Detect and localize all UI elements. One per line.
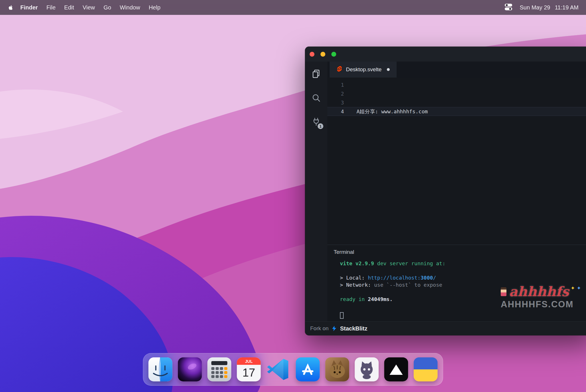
tab-strip: Desktop.svelte bbox=[327, 62, 586, 78]
line-number: 3 bbox=[327, 100, 348, 106]
terminal-line-network: > Network: use `--host` to expose bbox=[340, 281, 586, 288]
apple-menu-icon[interactable] bbox=[7, 4, 13, 11]
menu-item-view[interactable]: View bbox=[78, 4, 99, 11]
stackblitz-footer: Fork on StackBlitz bbox=[305, 321, 586, 335]
clock-date: Sun May 29 bbox=[520, 4, 550, 11]
menu-item-window[interactable]: Window bbox=[116, 4, 144, 11]
terminal-output[interactable]: vite v2.9.9 dev server running at: > Loc… bbox=[340, 260, 586, 319]
terminal-line-ready: ready in 24049ms. bbox=[340, 296, 586, 303]
search-icon[interactable] bbox=[311, 93, 321, 103]
window-titlebar[interactable] bbox=[305, 47, 586, 62]
calendar-day: 17 bbox=[242, 366, 255, 379]
terminal-title: Terminal bbox=[334, 249, 586, 255]
menu-item-edit[interactable]: Edit bbox=[60, 4, 78, 11]
clock-time: 11:19 AM bbox=[555, 4, 579, 11]
terminal-panel: Terminal vite v2.9.9 dev server running … bbox=[327, 245, 586, 321]
dock-icon-cat-photo-app[interactable] bbox=[325, 357, 349, 381]
code-line: 1 bbox=[327, 80, 586, 89]
code-line-active[interactable]: 4 A姐分享: www.ahhhhfs.com bbox=[327, 107, 586, 116]
dock-icon-triangle-app[interactable] bbox=[384, 357, 408, 381]
close-button[interactable] bbox=[310, 52, 314, 57]
code-text: A姐分享: www.ahhhhfs.com bbox=[348, 108, 428, 115]
code-editor-window: 1 Desktop.svelte 1 bbox=[305, 47, 586, 335]
calendar-month: JUL bbox=[245, 359, 253, 364]
tab-label: Desktop.svelte bbox=[346, 66, 382, 73]
plug-badge: 1 bbox=[318, 123, 323, 129]
terminal-line-vite: vite v2.9.9 dev server running at: bbox=[340, 260, 586, 267]
unsaved-dot-icon bbox=[387, 68, 390, 71]
menu-item-go[interactable]: Go bbox=[99, 4, 116, 11]
code-editor[interactable]: 1 2 3 4 A姐分享: www.ahhhhfs.com bbox=[327, 78, 586, 245]
terminal-line-local: > Local: http://localhost:3000/ bbox=[340, 274, 586, 281]
dock-icon-calculator[interactable] bbox=[207, 357, 231, 381]
line-number: 2 bbox=[327, 91, 348, 97]
menu-item-file[interactable]: File bbox=[42, 4, 60, 11]
dock-icon-finder[interactable] bbox=[149, 357, 173, 381]
menu-bar: Finder File Edit View Go Window Help Sun… bbox=[0, 0, 586, 15]
minimize-button[interactable] bbox=[320, 52, 325, 57]
dock-icon-app-store[interactable] bbox=[296, 357, 320, 381]
menu-item-help[interactable]: Help bbox=[144, 4, 165, 11]
activity-bar: 1 bbox=[305, 62, 327, 321]
fork-label: Fork on bbox=[310, 325, 328, 332]
menu-bar-clock[interactable]: Sun May 29 11:19 AM bbox=[520, 4, 579, 11]
localhost-link[interactable]: http://localhost: bbox=[368, 275, 421, 281]
dock-icon-vscode[interactable] bbox=[266, 357, 290, 381]
stackblitz-bolt-icon bbox=[331, 326, 337, 331]
code-line: 3 bbox=[327, 98, 586, 107]
line-number: 1 bbox=[327, 82, 348, 88]
dock: JUL 17 bbox=[143, 353, 443, 386]
dock-icon-ukraine-flag-app[interactable] bbox=[414, 357, 438, 381]
plug-icon[interactable]: 1 bbox=[311, 117, 321, 127]
code-line: 2 bbox=[327, 89, 586, 98]
dock-icon-github-cat-app[interactable] bbox=[355, 357, 379, 381]
tab-desktop-svelte[interactable]: Desktop.svelte bbox=[330, 62, 397, 78]
dock-icon-dark-nebula-app[interactable] bbox=[178, 357, 202, 381]
line-number: 4 bbox=[327, 108, 348, 114]
menu-item-finder[interactable]: Finder bbox=[16, 4, 42, 11]
files-icon[interactable] bbox=[311, 69, 321, 79]
control-center-icon[interactable] bbox=[505, 3, 512, 12]
svelte-icon bbox=[336, 66, 343, 73]
terminal-cursor bbox=[340, 312, 344, 319]
zoom-button[interactable] bbox=[331, 52, 336, 57]
stackblitz-brand[interactable]: StackBlitz bbox=[340, 325, 367, 332]
dock-icon-calendar[interactable]: JUL 17 bbox=[237, 357, 261, 381]
